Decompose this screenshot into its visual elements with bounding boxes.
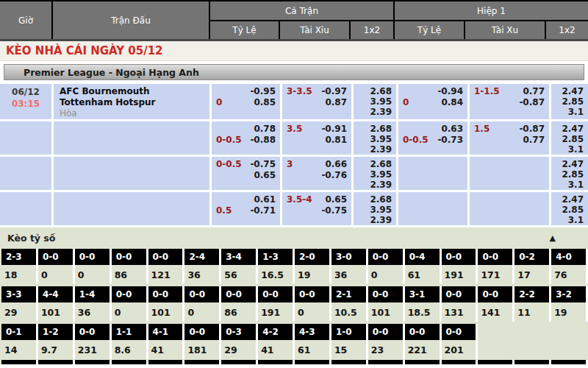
score-column[interactable]: 3-219: [551, 286, 588, 322]
1x2-value: 3.95: [354, 96, 392, 107]
fulltime-overunder-cell[interactable]: 3.5-40.65-0.75: [282, 192, 351, 225]
score-column[interactable]: 3-118.5: [405, 286, 442, 322]
score-column[interactable]: 2-211: [514, 286, 551, 322]
score-column[interactable]: 0-086: [112, 249, 148, 284]
score-column[interactable]: 0-0171: [478, 249, 514, 284]
score-column: [514, 360, 551, 364]
score-column[interactable]: 0-0221: [405, 324, 442, 359]
score-column[interactable]: 0-0121: [148, 249, 185, 284]
score-column[interactable]: 4-141: [148, 324, 185, 359]
firsthalf-handicap-cell[interactable]: 0-0.940.84: [398, 84, 467, 119]
score-label: 0-3: [221, 324, 256, 340]
score-column[interactable]: 0-0191: [442, 249, 478, 284]
score-column[interactable]: 0-0201: [442, 324, 478, 359]
score-odds-value: 101: [148, 304, 183, 322]
score-column[interactable]: 0-329: [221, 324, 258, 359]
score-column[interactable]: 0-217: [514, 249, 551, 284]
score-odds-value: 0: [295, 304, 329, 322]
fulltime-1x2-cell[interactable]: 2.683.952.39: [354, 192, 396, 225]
score-column[interactable]: 4-4101: [38, 286, 75, 322]
score-column[interactable]: 0-00: [295, 286, 331, 322]
score-column[interactable]: 2-019: [295, 249, 331, 284]
draw-label: Hòa: [60, 108, 209, 119]
score-column[interactable]: 0-023: [368, 324, 405, 359]
score-column[interactable]: 0-0101: [148, 286, 185, 322]
score-odds-value: 0: [184, 304, 219, 322]
handicap-column: 1-1.5: [474, 86, 505, 119]
odds-value: -0.75: [313, 205, 347, 216]
score-column[interactable]: 0-0131: [442, 286, 478, 322]
firsthalf-1x2-cell[interactable]: 2.472.853.1: [551, 157, 588, 190]
score-column[interactable]: 0-00: [75, 249, 112, 284]
score-column[interactable]: 1-18.6: [112, 324, 148, 359]
score-column[interactable]: 2-318: [1, 249, 38, 284]
score-column[interactable]: 1-316.5: [258, 249, 295, 284]
score-column[interactable]: 0-114: [1, 324, 38, 359]
score-column[interactable]: 2-110.5: [331, 286, 368, 322]
firsthalf-overunder-cell[interactable]: 1.5-0.870.77: [470, 121, 549, 155]
score-label: [551, 360, 586, 364]
score-column[interactable]: 1-015: [331, 324, 368, 359]
match-time-cell: 06/1203:15: [0, 84, 51, 119]
score-column[interactable]: 0-00: [38, 249, 75, 284]
1x2-value: 2.47: [551, 194, 584, 205]
league-header[interactable]: Premier League - Ngoại Hạng Anh: [4, 64, 584, 80]
score-column: [514, 324, 551, 359]
score-row: 2-3180-000-000-0860-01212-4363-4561-316.…: [0, 249, 588, 284]
fulltime-1x2-cell[interactable]: 2.683.952.39: [354, 121, 396, 155]
score-column[interactable]: 3-329: [1, 286, 38, 322]
score-label: 1-0: [331, 324, 366, 340]
score-label: 4-0: [551, 249, 586, 265]
handicap-value: [287, 135, 313, 146]
score-column[interactable]: 2-436: [184, 249, 221, 284]
score-label: 0-0: [221, 286, 256, 302]
fulltime-overunder-cell[interactable]: 3-3.5-0.970.87: [282, 84, 351, 119]
score-column[interactable]: 0-0141: [478, 286, 514, 322]
handicap-column: 0-0.5: [216, 159, 243, 190]
handicap-value: 0: [403, 97, 429, 108]
fulltime-1x2-cell[interactable]: 2.683.952.39: [354, 84, 396, 119]
score-column[interactable]: 4-361: [295, 324, 331, 359]
score-column[interactable]: 1-436: [75, 286, 112, 322]
score-column[interactable]: 1-29.7: [38, 324, 75, 359]
handicap-value: 0.5: [216, 205, 243, 216]
score-column[interactable]: 0-086: [221, 286, 258, 322]
score-column[interactable]: 0-0191: [258, 286, 295, 322]
firsthalf-1x2-cell[interactable]: 2.472.853.1: [551, 192, 588, 225]
score-column[interactable]: 0-0181: [184, 324, 221, 359]
score-column[interactable]: 4-241: [258, 324, 295, 359]
collapse-arrow-icon[interactable]: ▲: [550, 233, 556, 243]
fulltime-handicap-cell[interactable]: 0-0.50.78-0.88: [212, 121, 280, 155]
odds-value: -0.76: [313, 170, 347, 181]
fulltime-overunder-cell[interactable]: 30.66-0.76: [282, 157, 351, 190]
score-column[interactable]: 4-076: [551, 249, 588, 284]
score-column[interactable]: 0-0101: [368, 286, 405, 322]
score-column[interactable]: 0-0231: [75, 324, 112, 359]
firsthalf-overunder-cell: [470, 192, 549, 225]
score-label: [478, 360, 512, 364]
score-odds-value: 171: [478, 266, 512, 284]
score-column: [478, 360, 514, 364]
fulltime-handicap-cell[interactable]: 0-0.5-0.750.65: [212, 157, 280, 190]
firsthalf-1x2-cell[interactable]: 2.472.853.1: [551, 121, 588, 155]
score-column[interactable]: 0-461: [405, 249, 442, 284]
firsthalf-overunder-cell[interactable]: 1-1.50.77-0.87: [470, 84, 549, 119]
score-label: 0-0: [368, 324, 403, 340]
fulltime-handicap-cell[interactable]: 0-0.950.85: [212, 84, 280, 119]
fulltime-overunder-cell[interactable]: 3.5-0.910.81: [282, 121, 351, 155]
score-column: [551, 360, 588, 364]
score-column[interactable]: 0-00: [184, 286, 221, 322]
fulltime-handicap-cell[interactable]: 0.50.61-0.71: [212, 192, 280, 225]
firsthalf-1x2-cell[interactable]: 2.472.853.1: [551, 84, 588, 119]
match-teams-cell[interactable]: AFC BournemouthTottenham HotspurHòa: [54, 84, 209, 119]
score-column: [478, 324, 514, 359]
score-odds-value: 0: [75, 266, 110, 284]
handicap-column: 0-0.5: [403, 124, 429, 155]
firsthalf-handicap-cell[interactable]: 0-0.50.63-0.73: [398, 121, 467, 155]
1x2-value: 2.68: [354, 159, 392, 169]
score-column[interactable]: 0-00: [112, 286, 148, 322]
score-column[interactable]: 3-456: [221, 249, 258, 284]
score-column[interactable]: 3-036: [331, 249, 368, 284]
score-column[interactable]: 0-00: [368, 249, 405, 284]
fulltime-1x2-cell[interactable]: 2.683.952.39: [354, 157, 396, 190]
